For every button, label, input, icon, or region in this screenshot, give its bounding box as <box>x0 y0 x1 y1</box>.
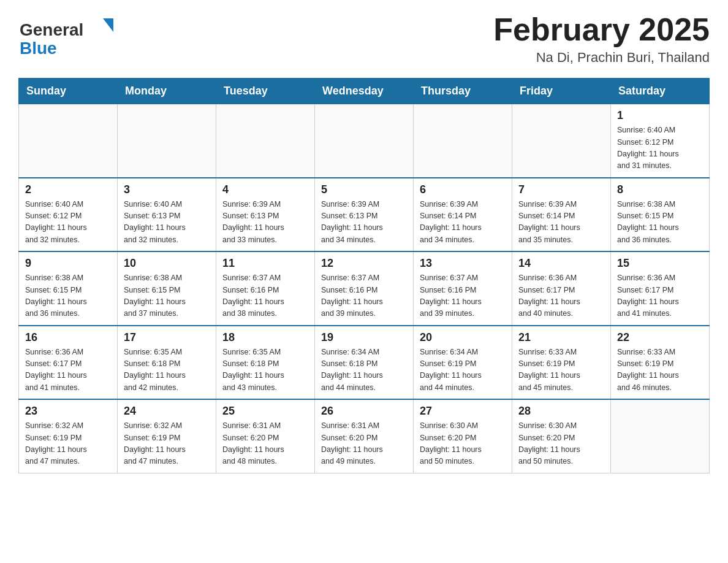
table-row: 28Sunrise: 6:30 AMSunset: 6:20 PMDayligh… <box>512 399 611 473</box>
day-info: Sunrise: 6:36 AMSunset: 6:17 PMDaylight:… <box>617 272 703 320</box>
day-info: Sunrise: 6:34 AMSunset: 6:19 PMDaylight:… <box>420 347 506 394</box>
header-monday: Monday <box>118 79 216 104</box>
table-row: 16Sunrise: 6:36 AMSunset: 6:17 PMDayligh… <box>19 326 118 400</box>
table-row: 23Sunrise: 6:32 AMSunset: 6:19 PMDayligh… <box>19 399 118 473</box>
day-info: Sunrise: 6:39 AMSunset: 6:14 PMDaylight:… <box>420 199 506 247</box>
table-row: 9Sunrise: 6:38 AMSunset: 6:15 PMDaylight… <box>19 251 118 326</box>
day-info: Sunrise: 6:39 AMSunset: 6:13 PMDaylight:… <box>222 199 308 247</box>
month-title: February 2025 <box>493 12 710 47</box>
day-info: Sunrise: 6:37 AMSunset: 6:16 PMDaylight:… <box>420 272 506 320</box>
table-row: 5Sunrise: 6:39 AMSunset: 6:13 PMDaylight… <box>315 178 414 252</box>
day-number: 15 <box>617 257 703 270</box>
title-section: February 2025 Na Di, Prachin Buri, Thail… <box>493 12 710 66</box>
header-saturday: Saturday <box>611 79 710 104</box>
day-info: Sunrise: 6:30 AMSunset: 6:20 PMDaylight:… <box>518 420 604 468</box>
header-wednesday: Wednesday <box>315 79 414 104</box>
table-row: 2Sunrise: 6:40 AMSunset: 6:12 PMDaylight… <box>19 178 118 252</box>
day-number: 22 <box>617 331 703 344</box>
day-info: Sunrise: 6:38 AMSunset: 6:15 PMDaylight:… <box>617 199 703 247</box>
day-number: 16 <box>25 331 111 344</box>
table-row: 27Sunrise: 6:30 AMSunset: 6:20 PMDayligh… <box>414 399 512 473</box>
logo: General Blue <box>18 12 116 55</box>
table-row: 21Sunrise: 6:33 AMSunset: 6:19 PMDayligh… <box>512 326 611 400</box>
day-number: 18 <box>222 331 308 344</box>
table-row: 18Sunrise: 6:35 AMSunset: 6:18 PMDayligh… <box>216 326 315 400</box>
day-number: 8 <box>617 183 703 196</box>
table-row: 14Sunrise: 6:36 AMSunset: 6:17 PMDayligh… <box>512 251 611 326</box>
table-row: 3Sunrise: 6:40 AMSunset: 6:13 PMDaylight… <box>118 178 216 252</box>
table-row <box>611 399 710 473</box>
table-row: 24Sunrise: 6:32 AMSunset: 6:19 PMDayligh… <box>118 399 216 473</box>
calendar-table: Sunday Monday Tuesday Wednesday Thursday… <box>18 78 710 473</box>
day-info: Sunrise: 6:37 AMSunset: 6:16 PMDaylight:… <box>222 272 308 320</box>
location: Na Di, Prachin Buri, Thailand <box>493 50 710 66</box>
day-number: 6 <box>420 183 506 196</box>
table-row <box>19 104 118 178</box>
day-number: 26 <box>321 405 407 418</box>
table-row: 4Sunrise: 6:39 AMSunset: 6:13 PMDaylight… <box>216 178 315 252</box>
day-number: 17 <box>124 331 210 344</box>
day-number: 9 <box>25 257 111 270</box>
header-sunday: Sunday <box>19 79 118 104</box>
day-info: Sunrise: 6:39 AMSunset: 6:13 PMDaylight:… <box>321 199 407 247</box>
svg-text:Blue: Blue <box>20 39 57 55</box>
svg-text:General: General <box>20 20 83 39</box>
table-row <box>216 104 315 178</box>
day-number: 28 <box>518 405 604 418</box>
logo-svg: General Blue <box>18 12 116 55</box>
calendar-week-row: 16Sunrise: 6:36 AMSunset: 6:17 PMDayligh… <box>19 326 710 400</box>
day-info: Sunrise: 6:36 AMSunset: 6:17 PMDaylight:… <box>25 347 111 394</box>
day-info: Sunrise: 6:37 AMSunset: 6:16 PMDaylight:… <box>321 272 407 320</box>
day-number: 2 <box>25 183 111 196</box>
table-row: 19Sunrise: 6:34 AMSunset: 6:18 PMDayligh… <box>315 326 414 400</box>
table-row: 25Sunrise: 6:31 AMSunset: 6:20 PMDayligh… <box>216 399 315 473</box>
day-info: Sunrise: 6:39 AMSunset: 6:14 PMDaylight:… <box>518 199 604 247</box>
table-row: 10Sunrise: 6:38 AMSunset: 6:15 PMDayligh… <box>118 251 216 326</box>
table-row: 17Sunrise: 6:35 AMSunset: 6:18 PMDayligh… <box>118 326 216 400</box>
day-number: 23 <box>25 405 111 418</box>
table-row <box>414 104 512 178</box>
day-number: 19 <box>321 331 407 344</box>
day-info: Sunrise: 6:40 AMSunset: 6:12 PMDaylight:… <box>617 124 703 172</box>
table-row: 13Sunrise: 6:37 AMSunset: 6:16 PMDayligh… <box>414 251 512 326</box>
day-info: Sunrise: 6:38 AMSunset: 6:15 PMDaylight:… <box>124 272 210 320</box>
day-info: Sunrise: 6:34 AMSunset: 6:18 PMDaylight:… <box>321 347 407 394</box>
day-info: Sunrise: 6:30 AMSunset: 6:20 PMDaylight:… <box>420 420 506 468</box>
calendar-week-row: 23Sunrise: 6:32 AMSunset: 6:19 PMDayligh… <box>19 399 710 473</box>
header-friday: Friday <box>512 79 611 104</box>
weekday-header-row: Sunday Monday Tuesday Wednesday Thursday… <box>19 79 710 104</box>
table-row <box>512 104 611 178</box>
day-info: Sunrise: 6:32 AMSunset: 6:19 PMDaylight:… <box>25 420 111 468</box>
day-info: Sunrise: 6:35 AMSunset: 6:18 PMDaylight:… <box>124 347 210 394</box>
day-info: Sunrise: 6:40 AMSunset: 6:13 PMDaylight:… <box>124 199 210 247</box>
table-row: 20Sunrise: 6:34 AMSunset: 6:19 PMDayligh… <box>414 326 512 400</box>
day-number: 7 <box>518 183 604 196</box>
day-info: Sunrise: 6:35 AMSunset: 6:18 PMDaylight:… <box>222 347 308 394</box>
day-number: 13 <box>420 257 506 270</box>
table-row: 8Sunrise: 6:38 AMSunset: 6:15 PMDaylight… <box>611 178 710 252</box>
table-row <box>315 104 414 178</box>
day-number: 14 <box>518 257 604 270</box>
day-info: Sunrise: 6:31 AMSunset: 6:20 PMDaylight:… <box>222 420 308 468</box>
table-row: 12Sunrise: 6:37 AMSunset: 6:16 PMDayligh… <box>315 251 414 326</box>
svg-marker-1 <box>103 18 113 32</box>
day-number: 12 <box>321 257 407 270</box>
table-row: 1Sunrise: 6:40 AMSunset: 6:12 PMDaylight… <box>611 104 710 178</box>
day-number: 20 <box>420 331 506 344</box>
day-number: 11 <box>222 257 308 270</box>
day-info: Sunrise: 6:32 AMSunset: 6:19 PMDaylight:… <box>124 420 210 468</box>
day-number: 5 <box>321 183 407 196</box>
calendar-week-row: 2Sunrise: 6:40 AMSunset: 6:12 PMDaylight… <box>19 178 710 252</box>
day-number: 25 <box>222 405 308 418</box>
day-number: 3 <box>124 183 210 196</box>
day-number: 27 <box>420 405 506 418</box>
table-row: 15Sunrise: 6:36 AMSunset: 6:17 PMDayligh… <box>611 251 710 326</box>
table-row <box>118 104 216 178</box>
day-info: Sunrise: 6:33 AMSunset: 6:19 PMDaylight:… <box>617 347 703 394</box>
day-info: Sunrise: 6:40 AMSunset: 6:12 PMDaylight:… <box>25 199 111 247</box>
day-number: 24 <box>124 405 210 418</box>
table-row: 11Sunrise: 6:37 AMSunset: 6:16 PMDayligh… <box>216 251 315 326</box>
day-info: Sunrise: 6:38 AMSunset: 6:15 PMDaylight:… <box>25 272 111 320</box>
day-number: 10 <box>124 257 210 270</box>
table-row: 22Sunrise: 6:33 AMSunset: 6:19 PMDayligh… <box>611 326 710 400</box>
